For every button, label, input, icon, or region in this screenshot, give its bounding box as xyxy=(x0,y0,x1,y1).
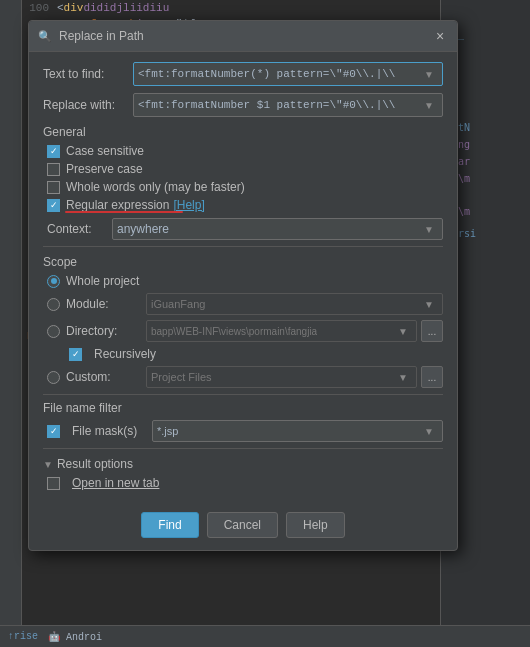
file-filter-label: File name filter xyxy=(43,401,443,415)
open-new-tab-label: Open in new tab xyxy=(72,476,159,490)
separator-2 xyxy=(43,394,443,395)
open-new-tab-checkbox[interactable] xyxy=(47,477,60,490)
replace-with-label: Replace with: xyxy=(43,98,133,112)
file-mask-label: File mask(s) xyxy=(72,424,152,438)
dialog-footer: Find Cancel Help xyxy=(29,504,457,550)
separator-3 xyxy=(43,448,443,449)
text-to-find-input-wrap[interactable]: ▼ xyxy=(133,62,443,86)
case-sensitive-checkbox[interactable] xyxy=(47,145,60,158)
text-to-find-label: Text to find: xyxy=(43,67,133,81)
file-mask-input[interactable] xyxy=(157,425,420,437)
scope-module-radio[interactable] xyxy=(47,298,60,311)
recursively-row: Recursively xyxy=(43,347,443,361)
dialog-icon: 🔍 xyxy=(37,28,53,44)
file-mask-dropdown[interactable]: ▼ xyxy=(420,421,438,441)
dialog-title: Replace in Path xyxy=(59,29,431,43)
regex-checkbox[interactable] xyxy=(47,199,60,212)
dialog-overlay: 🔍 Replace in Path × Text to find: ▼ Repl… xyxy=(0,0,530,647)
recursively-label: Recursively xyxy=(94,347,156,361)
context-label: Context: xyxy=(47,222,112,236)
scope-directory-dropdown[interactable]: ▼ xyxy=(394,321,412,341)
replace-with-dropdown[interactable]: ▼ xyxy=(420,94,438,116)
scope-directory-row: Directory: ▼ ... xyxy=(43,320,443,342)
scope-module-input-wrap[interactable]: ▼ xyxy=(146,293,443,315)
context-dropdown-icon: ▼ xyxy=(420,219,438,239)
case-sensitive-label: Case sensitive xyxy=(66,144,144,158)
result-options-header[interactable]: ▼ Result options xyxy=(43,457,443,471)
scope-custom-dropdown[interactable]: ▼ xyxy=(394,367,412,387)
help-button[interactable]: Help xyxy=(286,512,345,538)
file-mask-input-wrap[interactable]: ▼ xyxy=(152,420,443,442)
scope-whole-project-radio[interactable] xyxy=(47,275,60,288)
scope-whole-project-row: Whole project xyxy=(43,274,443,288)
result-options-label: Result options xyxy=(57,457,133,471)
replace-in-path-dialog: 🔍 Replace in Path × Text to find: ▼ Repl… xyxy=(28,20,458,551)
replace-with-input-wrap[interactable]: ▼ xyxy=(133,93,443,117)
scope-whole-project-label: Whole project xyxy=(66,274,146,288)
scope-module-input[interactable] xyxy=(151,298,420,310)
scope-directory-label: Directory: xyxy=(66,324,146,338)
text-to-find-row: Text to find: ▼ xyxy=(43,62,443,86)
regex-label: Regular expression xyxy=(66,198,169,212)
scope-custom-label: Custom: xyxy=(66,370,146,384)
context-select-wrap[interactable]: anywhere in string literals outside of s… xyxy=(112,218,443,240)
cancel-button[interactable]: Cancel xyxy=(207,512,278,538)
scope-directory-input[interactable] xyxy=(151,326,394,337)
file-mask-row: File mask(s) ▼ xyxy=(43,420,443,442)
regex-row: Regular expression [Help] xyxy=(43,198,443,212)
whole-words-label: Whole words only (may be faster) xyxy=(66,180,245,194)
open-new-tab-row: Open in new tab xyxy=(43,476,443,490)
context-select[interactable]: anywhere in string literals outside of s… xyxy=(117,222,420,236)
whole-words-checkbox[interactable] xyxy=(47,181,60,194)
text-to-find-input[interactable] xyxy=(138,68,420,80)
preserve-case-row: Preserve case xyxy=(43,162,443,176)
case-sensitive-row: Case sensitive xyxy=(43,144,443,158)
scope-directory-browse-button[interactable]: ... xyxy=(421,320,443,342)
scope-custom-row: Custom: ▼ ... xyxy=(43,366,443,388)
file-mask-checkbox[interactable] xyxy=(47,425,60,438)
text-to-find-dropdown[interactable]: ▼ xyxy=(420,63,438,85)
scope-custom-input[interactable] xyxy=(151,371,394,383)
find-button[interactable]: Find xyxy=(141,512,198,538)
regex-underline xyxy=(65,211,183,213)
replace-with-row: Replace with: ▼ xyxy=(43,93,443,117)
separator-1 xyxy=(43,246,443,247)
scope-directory-input-wrap[interactable]: ▼ xyxy=(146,320,417,342)
scope-custom-browse-button[interactable]: ... xyxy=(421,366,443,388)
scope-module-row: Module: ▼ xyxy=(43,293,443,315)
scope-module-label: Module: xyxy=(66,297,146,311)
scope-custom-radio[interactable] xyxy=(47,371,60,384)
result-options-section: ▼ Result options Open in new tab xyxy=(43,457,443,490)
general-section-label: General xyxy=(43,125,443,139)
preserve-case-label: Preserve case xyxy=(66,162,143,176)
whole-words-row: Whole words only (may be faster) xyxy=(43,180,443,194)
recursively-checkbox[interactable] xyxy=(69,348,82,361)
scope-section-label: Scope xyxy=(43,255,443,269)
help-link[interactable]: [Help] xyxy=(173,198,204,212)
context-row: Context: anywhere in string literals out… xyxy=(43,218,443,240)
dialog-titlebar[interactable]: 🔍 Replace in Path × xyxy=(29,21,457,52)
scope-module-dropdown[interactable]: ▼ xyxy=(420,294,438,314)
triangle-icon: ▼ xyxy=(43,459,53,470)
preserve-case-checkbox[interactable] xyxy=(47,163,60,176)
scope-custom-input-wrap[interactable]: ▼ xyxy=(146,366,417,388)
replace-with-input[interactable] xyxy=(138,99,420,111)
file-filter-section: File name filter File mask(s) ▼ xyxy=(43,401,443,442)
scope-directory-radio[interactable] xyxy=(47,325,60,338)
close-button[interactable]: × xyxy=(431,27,449,45)
